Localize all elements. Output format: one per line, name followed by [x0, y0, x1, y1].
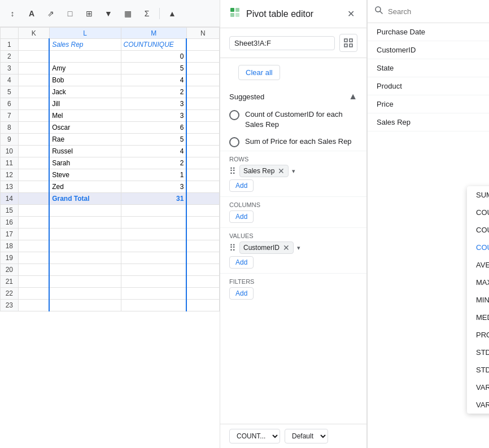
fields-search-input[interactable]	[388, 7, 483, 16]
rows-add-button[interactable]: Add	[229, 179, 254, 192]
corner-header	[1, 28, 19, 39]
pivot-header: Pivot table editor ✕	[220, 0, 366, 28]
dropdown-item-median[interactable]: MEDIAN	[467, 309, 489, 326]
field-label-customerid: CustomerID	[377, 46, 416, 54]
toolbar: ↕ A ⇗ □ ⊞ ▼ ▦ Σ ▲	[0, 0, 220, 27]
pivot-sections: ROWS ⠿ Sales Rep ✕ ▾ Add COLUMNS Add VAL	[220, 151, 366, 424]
pivot-close-button[interactable]: ✕	[344, 7, 357, 21]
dropdown-item-sum[interactable]: SUM	[467, 186, 489, 204]
dropdown-item-varp[interactable]: VARP	[467, 396, 489, 414]
values-tag-close-icon[interactable]: ✕	[283, 243, 290, 252]
rows-tag-label: Sales Rep	[243, 167, 274, 175]
range-grid-icon[interactable]	[339, 34, 357, 52]
font-icon[interactable]: A	[24, 6, 40, 21]
values-tag-customerid: CustomerID ✕	[239, 241, 294, 254]
svg-rect-4	[344, 39, 347, 42]
suggestion-text-2: Sum of Price for each Sales Rep	[245, 137, 352, 147]
dropdown-item-count[interactable]: COUNT	[467, 221, 489, 239]
dropdown-item-average[interactable]: AVERAGE	[467, 256, 489, 274]
values-section: VALUES ⠿ CustomerID ✕ ▾ Add	[220, 227, 366, 273]
dropdown-item-min[interactable]: MIN	[467, 291, 489, 309]
dropdown-item-max[interactable]: MAX	[467, 274, 489, 291]
field-label-state: State	[377, 64, 394, 72]
suggested-section: Suggested ▲ Count of CustomerID for each…	[220, 87, 366, 151]
field-label-purchase-date: Purchase Date	[377, 28, 425, 36]
chart-icon[interactable]: ⊞	[81, 6, 97, 21]
filters-add-button[interactable]: Add	[229, 287, 254, 300]
drag-handle-icon[interactable]: ⠿	[229, 166, 236, 177]
field-label-sales-rep: Sales Rep	[377, 118, 411, 126]
suggestion-radio-1[interactable]	[229, 110, 239, 120]
values-tag-label: CustomerID	[243, 244, 280, 252]
range-row	[220, 28, 366, 58]
svg-rect-3	[235, 13, 239, 17]
rows-options-icon[interactable]: ▾	[292, 168, 295, 175]
dropdown-item-var[interactable]: VAR	[467, 379, 489, 396]
field-item-state[interactable]: State	[368, 59, 489, 77]
cell-l1[interactable]: Sales Rep	[49, 39, 121, 51]
values-add-button[interactable]: Add	[229, 256, 254, 269]
svg-rect-6	[344, 44, 347, 47]
grand-total-value[interactable]: 31	[121, 193, 186, 205]
function-dropdown: SUM COUNTA COUNT COUNTUNIQUE AVERAGE MAX…	[467, 186, 489, 414]
dropdown-item-countunique[interactable]: COUNTUNIQUE	[467, 239, 489, 256]
col-l-header[interactable]: L	[49, 28, 121, 39]
table-icon[interactable]: ▦	[120, 6, 136, 21]
dropdown-item-stdevp[interactable]: STDEVP	[467, 361, 489, 379]
dropdown-item-counta[interactable]: COUNTA	[467, 204, 489, 221]
sum-icon[interactable]: Σ	[139, 6, 155, 21]
expand-icon[interactable]: ▲	[164, 6, 180, 21]
pivot-bottom-bar: COUNT... Default	[220, 424, 366, 448]
col-n-header[interactable]: N	[186, 28, 219, 39]
field-label-product: Product	[377, 82, 402, 90]
field-label-price: Price	[377, 100, 394, 108]
field-item-customerid[interactable]: CustomerID	[368, 41, 489, 59]
link-icon[interactable]: ⇗	[43, 6, 59, 21]
values-label: VALUES	[229, 232, 357, 239]
filters-label: FILTERS	[229, 278, 357, 285]
svg-rect-0	[230, 8, 234, 12]
default-select[interactable]: Default	[285, 429, 328, 443]
image-icon[interactable]: □	[62, 6, 78, 21]
pivot-title: Pivot table editor	[246, 9, 338, 19]
col-m-header[interactable]: M	[121, 28, 186, 39]
rows-tag-sales-rep: Sales Rep ✕	[239, 165, 289, 177]
suggestion-text-1: Count of CustomerID for each Sales Rep	[245, 109, 357, 130]
columns-section: COLUMNS Add	[220, 196, 366, 227]
suggestion-radio-2[interactable]	[229, 137, 239, 147]
field-item-purchase-date[interactable]: Purchase Date	[368, 23, 489, 41]
suggested-chevron-icon[interactable]: ▲	[348, 91, 357, 102]
search-icon	[374, 6, 383, 17]
svg-rect-7	[350, 44, 352, 47]
pivot-table-icon	[229, 7, 241, 21]
field-item-product[interactable]: Product	[368, 77, 489, 95]
suggestion-item-2: Sum of Price for each Sales Rep	[229, 133, 357, 151]
cell-n1[interactable]	[186, 39, 219, 51]
clear-all-button[interactable]: Clear all	[238, 65, 280, 80]
values-drag-handle-icon[interactable]: ⠿	[229, 243, 236, 253]
col-k-header[interactable]: K	[18, 28, 49, 39]
range-input[interactable]	[229, 36, 335, 50]
suggestion-item-1: Count of CustomerID for each Sales Rep	[229, 106, 357, 133]
sort-icon[interactable]: ↕	[5, 6, 20, 21]
cell-m1[interactable]: COUNTUNIQUE	[121, 39, 186, 51]
rows-section: ROWS ⠿ Sales Rep ✕ ▾ Add	[220, 151, 366, 196]
columns-add-button[interactable]: Add	[229, 210, 254, 223]
cell-k1[interactable]	[18, 39, 49, 51]
dropdown-item-stdev[interactable]: STDEV	[467, 344, 489, 361]
pivot-editor: Pivot table editor ✕ Clear all Suggested…	[220, 0, 367, 448]
dropdown-item-product[interactable]: PRODUCT	[467, 326, 489, 344]
row-header-1: 1	[1, 39, 19, 51]
suggested-header: Suggested ▲	[229, 87, 357, 106]
field-item-sales-rep[interactable]: Sales Rep	[368, 113, 489, 131]
filters-section: FILTERS Add	[220, 273, 366, 304]
rows-tag-close-icon[interactable]: ✕	[278, 166, 285, 175]
field-item-price[interactable]: Price	[368, 95, 489, 113]
count-select[interactable]: COUNT...	[229, 429, 280, 443]
grand-total-label[interactable]: Grand Total	[49, 193, 121, 205]
right-panel: Pivot table editor ✕ Clear all Suggested…	[220, 0, 489, 448]
values-options-icon[interactable]: ▾	[297, 244, 300, 252]
svg-rect-1	[235, 8, 239, 12]
svg-rect-2	[230, 13, 234, 17]
filter-icon[interactable]: ▼	[101, 6, 116, 21]
